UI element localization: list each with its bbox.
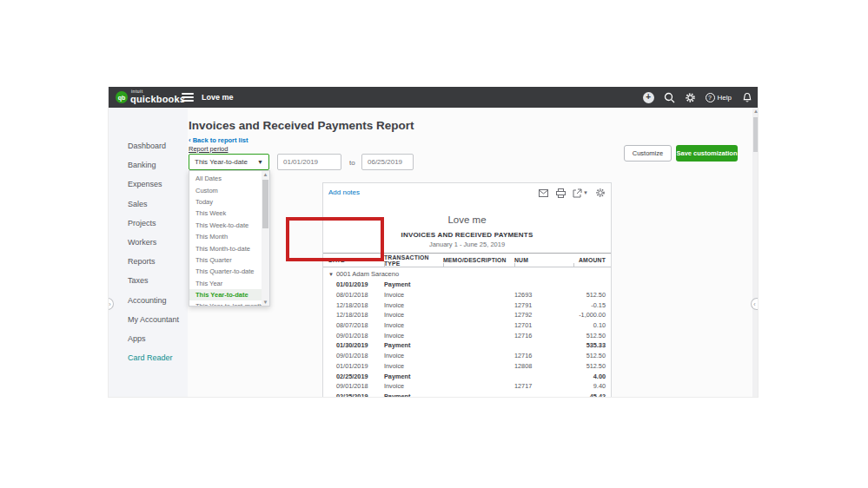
navbar-actions: + ? Help — [643, 87, 752, 108]
scroll-up-icon[interactable]: ▲ — [752, 109, 759, 114]
report-settings-gear-icon[interactable] — [595, 188, 606, 198]
table-row[interactable]: 12/18/2018Invoice12791-0.15 — [323, 300, 611, 310]
table-row[interactable]: 01/01/2019Invoice12808512.50 — [323, 361, 611, 372]
cell-type: Payment — [384, 392, 443, 398]
search-icon[interactable] — [664, 92, 675, 103]
company-name: Love me — [202, 93, 234, 102]
cell-date: 01/01/2019 — [323, 280, 384, 288]
sidebar-item-projects[interactable]: Projects — [109, 214, 188, 233]
table-row[interactable]: 09/01/2018Invoice127179.40 — [323, 381, 611, 392]
export-button[interactable]: ▼ — [573, 188, 588, 198]
cell-type: Invoice — [384, 352, 443, 359]
scroll-down-icon[interactable]: ▼ — [262, 300, 269, 305]
sidebar-item-expenses[interactable]: Expenses — [109, 175, 188, 194]
hamburger-menu-icon[interactable] — [182, 93, 194, 102]
dropdown-option-all-dates[interactable]: All Dates — [189, 173, 262, 184]
cell-date: 01/01/2019 — [323, 362, 384, 370]
cell-amount: 4.00 — [568, 373, 611, 380]
sidebar-item-workers[interactable]: Workers — [109, 233, 188, 252]
sidebar-item-reports[interactable]: Reports — [109, 252, 188, 271]
dropdown-option-this-year-to-last-month[interactable]: This Year-to-last-month — [189, 300, 262, 307]
cell-amount: -1,000.00 — [568, 311, 611, 319]
sidebar-item-dashboard[interactable]: Dashboard — [109, 136, 188, 155]
table-row[interactable]: 09/01/2018Invoice12716512.50 — [323, 330, 611, 340]
customize-button[interactable]: Customize — [624, 145, 672, 162]
report-period-select[interactable]: This Year-to-date ▼ — [189, 154, 269, 170]
print-icon[interactable] — [555, 188, 566, 198]
sidebar-item-apps[interactable]: Apps — [109, 329, 188, 348]
cell-type: Payment — [384, 280, 443, 288]
back-to-report-list-link[interactable]: ‹Back to report list — [189, 136, 248, 144]
dropdown-option-today[interactable]: Today — [189, 196, 262, 208]
dropdown-option-this-week-to-date[interactable]: This Week-to-date — [189, 220, 262, 231]
customer-group-row[interactable]: ▼ 0001 Adam Saraceno — [328, 270, 399, 278]
help-icon: ? — [706, 93, 715, 102]
dropdown-option-this-month[interactable]: This Month — [189, 231, 262, 242]
table-row[interactable]: 02/25/2019Payment45.42 — [323, 392, 611, 398]
cell-amount: 512.50 — [568, 352, 611, 359]
right-panel-collapse-handle[interactable]: ‹ — [751, 298, 758, 310]
sidebar-item-banking[interactable]: Banking — [109, 155, 188, 175]
table-row[interactable]: 08/07/2018Invoice127010.10 — [323, 320, 611, 331]
cell-num: 12717 — [514, 382, 568, 390]
column-header-memo: MEMO/DESCRIPTION — [443, 257, 514, 263]
save-customization-button[interactable]: Save customization — [676, 145, 738, 162]
cell-type: Invoice — [384, 321, 443, 329]
report-period-value: This Year-to-date — [195, 158, 248, 166]
table-row[interactable]: 08/01/2018Invoice12693512.50 — [323, 290, 611, 300]
cell-date: 09/01/2018 — [323, 352, 384, 359]
report-panel: Add notes ▼ Love me — [322, 182, 612, 398]
dropdown-option-this-week[interactable]: This Week — [189, 208, 262, 219]
cell-date: 12/18/2018 — [323, 311, 384, 319]
dropdown-option-this-quarter-to-date[interactable]: This Quarter-to-date — [189, 266, 262, 277]
dropdown-options-list: All DatesCustomTodayThis WeekThis Week-t… — [189, 173, 262, 307]
table-row[interactable]: 01/01/2019Payment — [323, 280, 611, 290]
quickbooks-app-window: qb intuit quickbooks Love me + ? Help — [108, 87, 759, 398]
left-sidebar: DashboardBankingExpensesSalesProjectsWor… — [109, 108, 188, 398]
create-plus-icon[interactable]: + — [643, 92, 654, 103]
sidebar-item-taxes[interactable]: Taxes — [109, 271, 188, 290]
cell-date: 08/01/2018 — [323, 291, 384, 299]
table-row[interactable]: 01/30/2019Payment535.33 — [323, 340, 611, 351]
scroll-up-icon[interactable]: ▲ — [262, 172, 269, 177]
cell-type: Invoice — [384, 291, 443, 299]
notifications-bell-icon[interactable] — [741, 92, 752, 103]
cell-type: Payment — [384, 341, 443, 349]
quickbooks-logo-icon[interactable]: qb — [116, 91, 128, 103]
column-header-amount: AMOUNT — [568, 257, 611, 263]
cell-num: 12808 — [514, 362, 568, 370]
gear-icon[interactable] — [685, 92, 696, 103]
cell-date: 09/01/2018 — [323, 382, 384, 390]
table-header-row: DATETRANSACTION TYPEMEMO/DESCRIPTIONNUMA… — [323, 253, 611, 267]
dropdown-option-this-month-to-date[interactable]: This Month-to-date — [189, 242, 262, 254]
report-company-name: Love me — [323, 214, 611, 225]
table-row[interactable]: 09/01/2018Invoice12716512.50 — [323, 351, 611, 361]
table-row[interactable]: 12/18/2018Invoice12792-1,000.00 — [323, 310, 611, 320]
collapse-caret-icon: ▼ — [328, 272, 334, 277]
sidebar-item-card-reader[interactable]: Card Reader — [109, 348, 188, 367]
scrollbar-thumb[interactable] — [262, 180, 268, 228]
date-to-input[interactable]: 06/25/2019 — [361, 154, 414, 170]
email-icon[interactable] — [538, 188, 548, 198]
dropdown-option-this-year-to-date[interactable]: This Year-to-date — [189, 289, 262, 300]
page-scrollbar[interactable]: ▲ — [752, 108, 759, 397]
cell-amount: -0.15 — [568, 301, 611, 309]
cell-date: 02/25/2019 — [323, 373, 384, 380]
dropdown-option-this-quarter[interactable]: This Quarter — [189, 254, 262, 266]
top-navbar: qb intuit quickbooks Love me + ? Help — [109, 87, 759, 108]
table-row[interactable]: 02/25/2019Payment4.00 — [323, 371, 611, 381]
sidebar-item-sales[interactable]: Sales — [109, 195, 188, 214]
add-notes-link[interactable]: Add notes — [328, 188, 360, 196]
dropdown-option-this-year[interactable]: This Year — [189, 278, 262, 289]
report-heading: INVOICES AND RECEIVED PAYMENTS — [323, 231, 611, 239]
sidebar-item-accounting[interactable]: Accounting — [109, 291, 188, 310]
date-range-to-label: to — [349, 159, 355, 167]
dropdown-option-custom[interactable]: Custom — [189, 184, 262, 195]
scrollbar-thumb[interactable] — [753, 117, 759, 152]
chevron-down-icon: ▼ — [583, 190, 588, 195]
dropdown-scrollbar[interactable]: ▲ ▼ — [262, 171, 269, 306]
date-from-input[interactable]: 01/01/2019 — [277, 154, 341, 170]
table-body: 01/01/2019Payment08/01/2018Invoice126935… — [323, 280, 611, 398]
sidebar-item-my-accountant[interactable]: My Accountant — [109, 310, 188, 329]
help-button[interactable]: ? Help — [706, 93, 732, 102]
